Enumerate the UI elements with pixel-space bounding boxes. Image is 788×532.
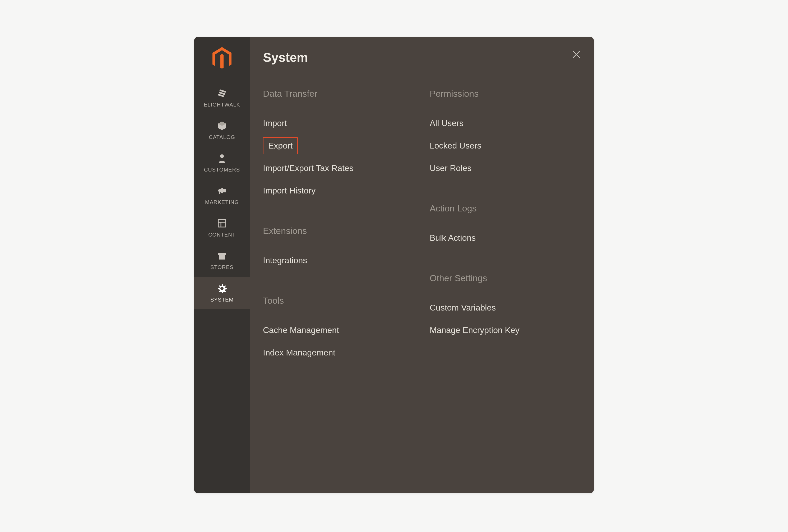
menu-link-custom-variables[interactable]: Custom Variables — [430, 297, 580, 319]
system-panel: System Data Transfer Import Export Impor… — [250, 37, 594, 493]
panel-title: System — [263, 50, 580, 65]
admin-window: ELIGHTWALK CATALOG CUSTOMERS — [194, 37, 594, 493]
menu-link-index-management[interactable]: Index Management — [263, 341, 414, 364]
menu-link-cache-management[interactable]: Cache Management — [263, 319, 414, 341]
person-icon — [215, 152, 229, 165]
close-icon — [572, 50, 581, 59]
panel-col-right: Permissions All Users Locked Users User … — [430, 88, 580, 388]
menu-link-user-roles[interactable]: User Roles — [430, 157, 580, 179]
menu-link-manage-encryption-key[interactable]: Manage Encryption Key — [430, 319, 580, 341]
section-data-transfer: Data Transfer Import Export Import/Expor… — [263, 88, 414, 202]
section-heading: Tools — [263, 295, 414, 306]
elightwalk-icon — [215, 86, 229, 100]
section-heading: Permissions — [430, 88, 580, 99]
nav-stores[interactable]: STORES — [194, 244, 250, 277]
nav-elightwalk[interactable]: ELIGHTWALK — [194, 82, 250, 114]
menu-link-all-users[interactable]: All Users — [430, 112, 580, 135]
panel-columns: Data Transfer Import Export Import/Expor… — [263, 88, 580, 388]
section-tools: Tools Cache Management Index Management — [263, 295, 414, 364]
section-heading: Action Logs — [430, 203, 580, 214]
svg-rect-6 — [218, 220, 226, 227]
menu-link-bulk-actions[interactable]: Bulk Actions — [430, 227, 580, 249]
box-icon — [215, 119, 229, 133]
nav-label: ELIGHTWALK — [204, 102, 240, 108]
section-heading: Other Settings — [430, 273, 580, 283]
menu-link-import[interactable]: Import — [263, 112, 414, 135]
nav-label: SYSTEM — [210, 297, 234, 303]
svg-point-3 — [220, 154, 224, 158]
nav-customers[interactable]: CUSTOMERS — [194, 147, 250, 179]
logo[interactable] — [194, 37, 250, 77]
svg-point-10 — [220, 287, 223, 290]
nav-catalog[interactable]: CATALOG — [194, 114, 250, 147]
section-action-logs: Action Logs Bulk Actions — [430, 203, 580, 249]
nav-label: MARKETING — [205, 199, 239, 205]
menu-link-locked-users[interactable]: Locked Users — [430, 135, 580, 157]
storefront-icon — [215, 249, 229, 263]
nav-label: STORES — [210, 264, 234, 270]
nav-label: CONTENT — [208, 232, 236, 238]
section-other-settings: Other Settings Custom Variables Manage E… — [430, 273, 580, 341]
divider — [205, 77, 239, 77]
svg-rect-4 — [223, 189, 226, 192]
panel-col-left: Data Transfer Import Export Import/Expor… — [263, 88, 414, 388]
magento-logo-icon — [212, 47, 232, 70]
section-permissions: Permissions All Users Locked Users User … — [430, 88, 580, 179]
svg-rect-5 — [219, 191, 220, 194]
gear-icon — [215, 281, 229, 295]
nav-label: CUSTOMERS — [204, 167, 240, 173]
section-heading: Extensions — [263, 226, 414, 236]
nav-label: CATALOG — [209, 134, 235, 140]
menu-link-import-history[interactable]: Import History — [263, 179, 414, 202]
section-heading: Data Transfer — [263, 88, 414, 99]
nav-content[interactable]: CONTENT — [194, 212, 250, 244]
menu-link-export[interactable]: Export — [263, 137, 298, 154]
nav-marketing[interactable]: MARKETING — [194, 179, 250, 212]
layout-icon — [215, 216, 229, 230]
svg-rect-9 — [219, 255, 225, 259]
nav-system[interactable]: SYSTEM — [194, 277, 250, 309]
close-button[interactable] — [571, 48, 582, 60]
menu-link-integrations[interactable]: Integrations — [263, 249, 414, 272]
section-extensions: Extensions Integrations — [263, 226, 414, 272]
sidebar: ELIGHTWALK CATALOG CUSTOMERS — [194, 37, 250, 493]
menu-link-import-export-tax-rates[interactable]: Import/Export Tax Rates — [263, 157, 414, 179]
megaphone-icon — [215, 184, 229, 198]
